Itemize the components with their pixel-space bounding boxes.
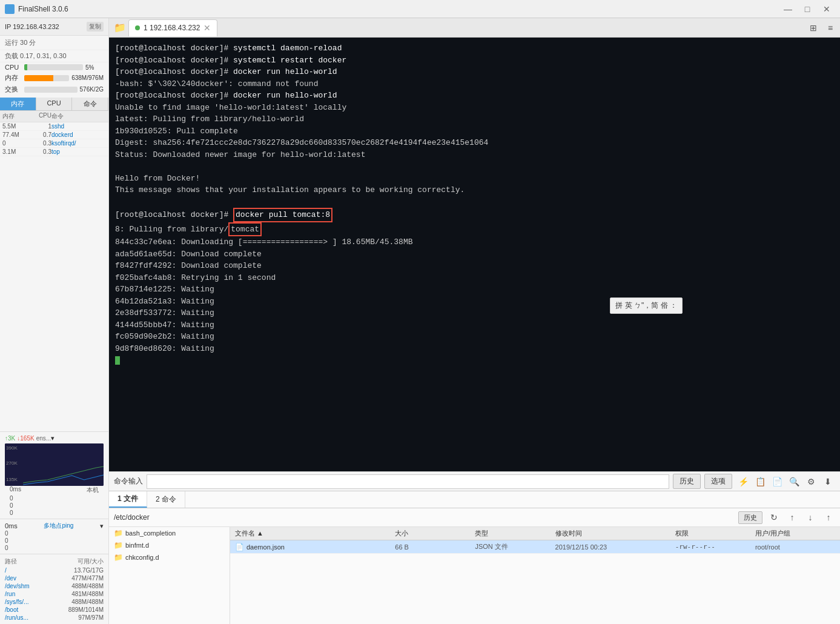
file-upload-btn[interactable]: ↑ (822, 511, 835, 524)
options-button[interactable]: 选项 (704, 474, 732, 489)
swap-label: 交换 (5, 85, 22, 94)
ph-name: 命令 (51, 112, 106, 121)
tab-close-btn[interactable]: ✕ (203, 23, 211, 33)
active-tab[interactable]: 1 192.168.43.232 ✕ (128, 19, 217, 36)
mem-bar-wrap (24, 75, 69, 81)
disk-header-size: 可用/大小 (55, 557, 104, 566)
disk-row: /dev 477M/477M (5, 574, 104, 582)
copy-btn[interactable]: 📋 (753, 474, 767, 489)
sidebar-tabs: 内存 CPU 命令 (0, 98, 108, 111)
folder-button[interactable]: 📁 (111, 21, 128, 35)
ftr-perm: -rw-r--r-- (675, 543, 755, 551)
terminal-line: 2e38df533772: Waiting (115, 307, 834, 319)
close-btn[interactable]: ✕ (818, 3, 835, 15)
bottom-tab-cmd[interactable]: 2 命令 (147, 491, 185, 508)
copy-ip-button[interactable]: 复制 (87, 22, 104, 32)
file-path-text: /etc/docker (114, 513, 733, 522)
ftr-size: 66 B (395, 543, 475, 551)
copy2-btn[interactable]: 📄 (770, 474, 784, 489)
ping-stats: 0 0 0 (5, 530, 104, 551)
terminal[interactable]: [root@localhost docker]# systemctl daemo… (109, 38, 840, 471)
file-tree-item[interactable]: 📁 bash_completion (109, 527, 230, 539)
net-chart-svg: 390K 270K 135K (5, 443, 104, 486)
file-path-bar: /etc/docker 历史 ↻ ↑ ↓ ↑ (109, 508, 840, 527)
fth-date[interactable]: 修改时间 (555, 529, 675, 538)
settings-btn[interactable]: ⚙ (804, 474, 818, 489)
file-table-header: 文件名 ▲ 大小 类型 修改时间 权限 用户/用户组 (230, 527, 840, 540)
disk-row: / 13.7G/17G (5, 566, 104, 574)
sidebar-tab-mem[interactable]: 内存 (0, 98, 36, 110)
sidebar-load: 负载 0.17, 0.31, 0.30 (0, 50, 108, 62)
download-btn[interactable]: ⬇ (821, 474, 835, 489)
file-up-btn[interactable]: ↑ (785, 511, 799, 524)
sidebar-tab-cmd[interactable]: 命令 (72, 98, 108, 110)
cmd-action-buttons: ⚡ 📋 📄 🔍 ⚙ ⬇ (736, 474, 835, 489)
terminal-line: [root@localhost docker]# systemctl resta… (115, 55, 834, 67)
folder-icon: 📁 (114, 541, 123, 549)
cmd-input-field[interactable] (147, 474, 669, 489)
bottom-tab-file[interactable]: 1 文件 (109, 491, 147, 508)
terminal-line (115, 161, 834, 173)
terminal-line: 4144d55bbb47: Waiting (115, 319, 834, 331)
cpu-value: 5% (85, 64, 104, 71)
cursor-block (115, 356, 120, 365)
file-history-btn[interactable]: 历史 (738, 511, 762, 524)
fth-name[interactable]: 文件名 ▲ (235, 529, 395, 538)
file-table-row[interactable]: 📄 daemon.json 66 B JSON 文件 2019/12/15 00… (230, 540, 840, 554)
terminal-line: [root@localhost docker]# docker run hell… (115, 90, 834, 102)
file-left-panel: 📁 bash_completion 📁 binfmt.d 📁 chkconfig… (109, 527, 230, 624)
terminal-line: f8427fdf4292: Download complete (115, 260, 834, 272)
terminal-line: -bash: $'\302\240docker': command not fo… (115, 78, 834, 90)
maximize-btn[interactable]: □ (799, 3, 816, 15)
file-refresh-btn[interactable]: ↻ (767, 511, 781, 524)
list-view-btn[interactable]: ≡ (823, 21, 838, 35)
ping-chevron[interactable]: ▾ (100, 522, 104, 530)
fth-type[interactable]: 类型 (475, 529, 555, 538)
ime-indicator: 拼 英 ㄅ"，简 俗 ： (610, 297, 683, 314)
lightning-btn[interactable]: ⚡ (736, 474, 750, 489)
json-file-icon: 📄 (235, 543, 244, 551)
minimize-btn[interactable]: — (779, 3, 796, 15)
sidebar: IP 192.168.43.232 复制 运行 30 分 负载 0.17, 0.… (0, 18, 109, 624)
swap-stat-row: 交换 576K/2G (0, 84, 108, 95)
svg-text:270K: 270K (6, 460, 18, 466)
history-button[interactable]: 历史 (673, 474, 701, 489)
sidebar-tab-cpu[interactable]: CPU (36, 98, 73, 110)
mem-label: 内存 (5, 73, 22, 82)
ping-label: 0ms (5, 522, 18, 529)
tab-bar: 📁 1 192.168.43.232 ✕ ⊞ ≡ (109, 18, 840, 38)
fth-size[interactable]: 大小 (395, 529, 475, 538)
mem-values: 638M/976M (71, 75, 104, 81)
svg-text:390K: 390K (6, 445, 18, 451)
grid-view-btn[interactable]: ⊞ (806, 21, 821, 35)
file-tree-item[interactable]: 📁 chkconfig.d (109, 551, 230, 563)
file-browser: 📁 bash_completion 📁 binfmt.d 📁 chkconfig… (109, 527, 840, 624)
net-chevron[interactable]: ▾ (51, 434, 55, 442)
ping-multi-btn[interactable]: 多地点ping (44, 522, 73, 530)
terminal-line: latest: Pulling from library/hello-world (115, 113, 834, 125)
file-tree-item[interactable]: 📁 binfmt.d (109, 539, 230, 551)
disk-row: /run/us... 97M/97M (5, 614, 104, 622)
cmd-input-label: 命令输入 (114, 476, 143, 486)
search-btn[interactable]: 🔍 (787, 474, 801, 489)
fth-user[interactable]: 用户/用户组 (755, 529, 835, 538)
disk-row: /run 481M/488M (5, 590, 104, 598)
fth-perm[interactable]: 权限 (675, 529, 755, 538)
disk-row: /sys/fs/... 488M/488M (5, 598, 104, 606)
folder-icon: 📁 (114, 529, 123, 537)
disk-row: /dev/shm 488M/488M (5, 582, 104, 590)
process-list: 内存 CPU 命令 5.5M 1 sshd 77.4M 0.7 dockerd … (0, 111, 108, 431)
bottom-tabs: 1 文件 2 命令 (109, 491, 840, 508)
sidebar-ip-text: IP 192.168.43.232 (5, 23, 87, 30)
terminal-line: 64b12da521a3: Waiting (115, 296, 834, 308)
title-bar: FinalShell 3.0.6 — □ ✕ (0, 0, 840, 18)
file-download-btn[interactable]: ↓ (804, 511, 817, 524)
cpu-bar (24, 64, 27, 70)
svg-rect-0 (5, 443, 104, 486)
disk-header-path: 路径 (5, 557, 55, 566)
bottom-panel: 1 文件 2 命令 /etc/docker 历史 ↻ ↑ ↓ ↑ 📁 bash_ (109, 491, 840, 624)
net-up: ↑3K (5, 435, 15, 442)
cpu-bar-wrap (24, 64, 83, 70)
disk-row: /boot 889M/1014M (5, 606, 104, 614)
sidebar-ip-row: IP 192.168.43.232 复制 (0, 18, 108, 36)
